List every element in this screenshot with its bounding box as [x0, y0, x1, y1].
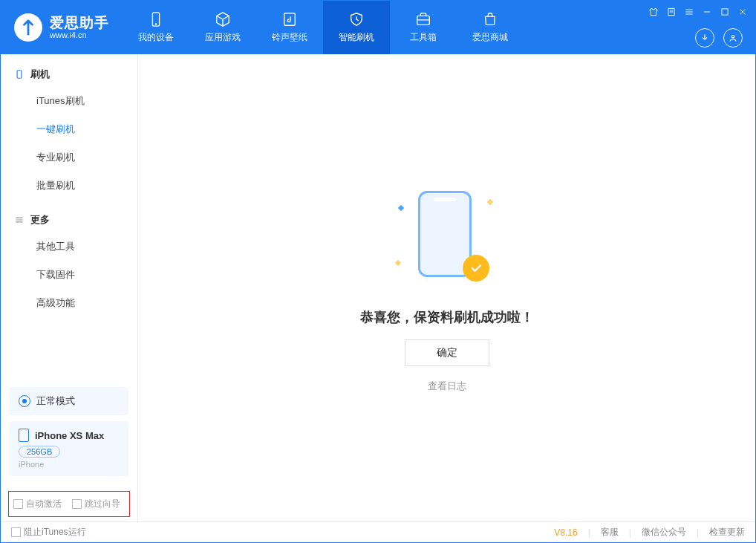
user-button[interactable]	[723, 28, 743, 48]
nav-my-device[interactable]: 我的设备	[123, 1, 189, 54]
view-log-link[interactable]: 查看日志	[428, 380, 466, 393]
svg-point-1	[155, 24, 156, 25]
block-itunes-checkbox[interactable]: 阻止iTunes运行	[11, 526, 86, 539]
note-icon[interactable]	[666, 7, 677, 17]
menu-icon[interactable]	[684, 7, 694, 17]
svg-point-6	[731, 36, 734, 39]
sidebar-item-batch-flash[interactable]: 批量刷机	[1, 172, 137, 200]
sidebar-item-pro-flash[interactable]: 专业刷机	[1, 143, 137, 172]
sidebar-item-itunes-flash[interactable]: iTunes刷机	[1, 87, 137, 115]
sidebar-group-title: 刷机	[30, 68, 50, 81]
success-message: 恭喜您，保资料刷机成功啦！	[360, 308, 534, 326]
nav-toolbox[interactable]: 工具箱	[390, 1, 457, 54]
mode-icon	[19, 395, 30, 407]
app-url: www.i4.cn	[50, 30, 109, 39]
sidebar-item-advanced[interactable]: 高级功能	[1, 289, 137, 317]
shirt-icon[interactable]	[648, 7, 659, 17]
sidebar-header-more: 更多	[1, 213, 137, 233]
nav-label: 我的设备	[138, 31, 174, 44]
list-icon	[14, 215, 25, 225]
device-name: iPhone XS Max	[35, 430, 104, 441]
device-mode-label: 正常模式	[36, 394, 75, 408]
bag-icon	[482, 11, 498, 27]
check-badge-icon	[463, 255, 489, 282]
main-content: 恭喜您，保资料刷机成功啦！ 确定 查看日志	[138, 54, 755, 521]
statusbar: 阻止iTunes运行 V8.16 | 客服 | 微信公众号 | 检查更新	[1, 521, 755, 542]
nav-store[interactable]: 爱思商城	[457, 1, 524, 54]
app-name: 爱思助手	[50, 16, 109, 31]
sidebar-item-download-firmware[interactable]: 下载固件	[1, 261, 137, 289]
close-icon[interactable]	[737, 7, 748, 17]
device-storage: 256GB	[19, 446, 60, 458]
nav-label: 智能刷机	[339, 31, 374, 44]
titlebar: 爱思助手 www.i4.cn 我的设备 应用游戏 铃声壁纸 智能刷机 工具箱 爱…	[1, 1, 755, 54]
support-link[interactable]: 客服	[601, 526, 619, 539]
version-label: V8.16	[554, 527, 577, 538]
sidebar-group-title: 更多	[30, 213, 50, 227]
minimize-icon[interactable]	[702, 7, 712, 17]
svg-rect-5	[722, 9, 728, 15]
nav-ringtones[interactable]: 铃声壁纸	[256, 1, 323, 54]
nav-label: 铃声壁纸	[272, 31, 307, 44]
nav-apps-games[interactable]: 应用游戏	[189, 1, 256, 54]
checkbox-label: 自动激活	[26, 498, 62, 509]
svg-rect-2	[284, 13, 296, 26]
phone-small-icon	[14, 69, 25, 79]
device-small-icon	[19, 429, 29, 442]
nav-label: 应用游戏	[205, 31, 241, 44]
svg-rect-7	[17, 71, 22, 79]
checkbox-label: 跳过向导	[85, 498, 120, 509]
checkbox-label: 阻止iTunes运行	[24, 527, 86, 537]
briefcase-icon	[415, 11, 431, 27]
main-nav: 我的设备 应用游戏 铃声壁纸 智能刷机 工具箱 爱思商城	[123, 1, 524, 54]
nav-label: 爱思商城	[472, 31, 508, 44]
success-illustration	[391, 183, 503, 295]
cube-icon	[215, 11, 231, 27]
device-mode-card[interactable]: 正常模式	[10, 387, 128, 415]
device-card[interactable]: iPhone XS Max 256GB iPhone	[10, 421, 128, 476]
skip-wizard-checkbox[interactable]: 跳过向导	[72, 498, 120, 510]
device-icon	[148, 11, 164, 27]
sidebar: 刷机 iTunes刷机 一键刷机 专业刷机 批量刷机 更多 其他工具 下载固件 …	[1, 54, 138, 521]
download-button[interactable]	[695, 28, 714, 48]
sidebar-item-one-click-flash[interactable]: 一键刷机	[1, 115, 137, 143]
shield-icon	[348, 11, 365, 27]
maximize-icon[interactable]	[720, 7, 730, 17]
check-update-link[interactable]: 检查更新	[709, 526, 745, 539]
confirm-button[interactable]: 确定	[405, 339, 489, 366]
options-box: 自动激活 跳过向导	[8, 491, 130, 517]
logo-icon	[14, 13, 42, 42]
music-icon	[281, 11, 298, 27]
wechat-link[interactable]: 微信公众号	[642, 526, 686, 539]
nav-flash[interactable]: 智能刷机	[323, 1, 390, 54]
auto-activate-checkbox[interactable]: 自动激活	[13, 498, 62, 510]
sidebar-header-flash: 刷机	[1, 68, 137, 87]
device-type: iPhone	[19, 460, 120, 469]
nav-label: 工具箱	[410, 31, 437, 44]
app-logo: 爱思助手 www.i4.cn	[1, 1, 123, 54]
sidebar-item-other-tools[interactable]: 其他工具	[1, 233, 137, 261]
